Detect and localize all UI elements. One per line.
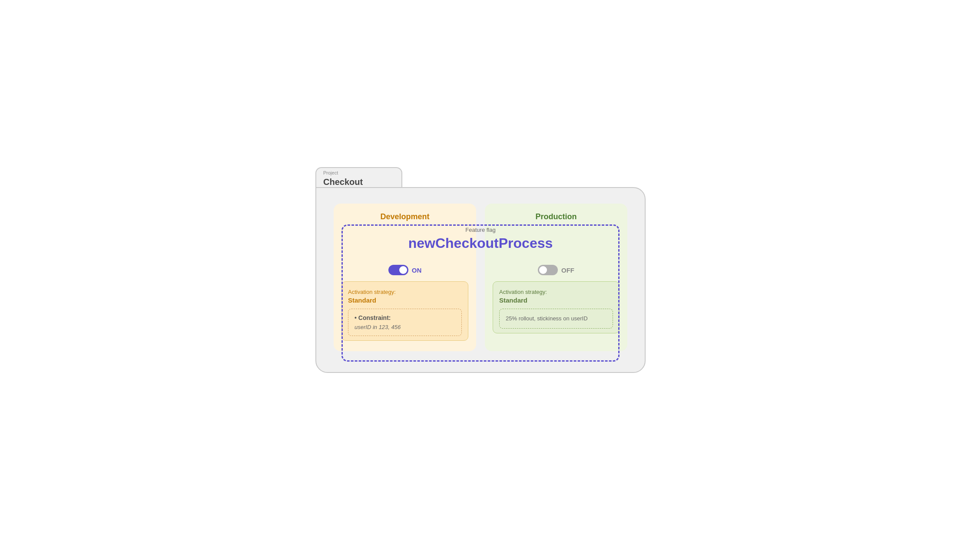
dev-constraint-value: userID in 123, 456	[355, 324, 455, 330]
prod-content: OFF Activation strategy: Standard	[493, 260, 620, 333]
dev-activation-label: Activation strategy: Standard	[348, 288, 462, 304]
project-label: Project	[323, 170, 394, 176]
folder-body: Development ON Activation strategy:	[315, 187, 646, 372]
prod-activation-card: Activation strategy: Standard 25% rollou…	[493, 281, 620, 333]
prod-title: Production	[493, 212, 620, 221]
prod-activation-label: Activation strategy: Standard	[499, 288, 613, 304]
prod-rollout-box: 25% rollout, stickiness on userID	[499, 309, 613, 329]
dev-activation-card: Activation strategy: Standard • Constrai…	[341, 281, 468, 340]
dev-content: ON Activation strategy: Standard	[341, 260, 468, 340]
env-development: Development ON Activation strategy:	[334, 204, 476, 351]
prod-toggle-container[interactable]: OFF	[538, 265, 574, 275]
environments-row: Development ON Activation strategy:	[334, 204, 627, 351]
dev-title: Development	[341, 212, 468, 221]
prod-toggle-label: OFF	[561, 267, 574, 274]
dev-constraint-title: • Constraint:	[355, 314, 455, 321]
page: Project Checkout Development ON	[0, 0, 961, 560]
prod-rollout-text: 25% rollout, stickiness on userID	[506, 314, 606, 323]
dev-toggle-container[interactable]: ON	[388, 265, 422, 275]
project-title: Checkout	[323, 176, 394, 188]
prod-toggle[interactable]	[538, 265, 558, 275]
folder-tab: Project Checkout	[315, 167, 402, 189]
env-production: Production OFF Activation strategy:	[485, 204, 627, 351]
dev-constraint-box: • Constraint: userID in 123, 456	[348, 309, 462, 336]
dev-toggle[interactable]	[388, 265, 408, 275]
dev-toggle-label: ON	[412, 267, 422, 274]
